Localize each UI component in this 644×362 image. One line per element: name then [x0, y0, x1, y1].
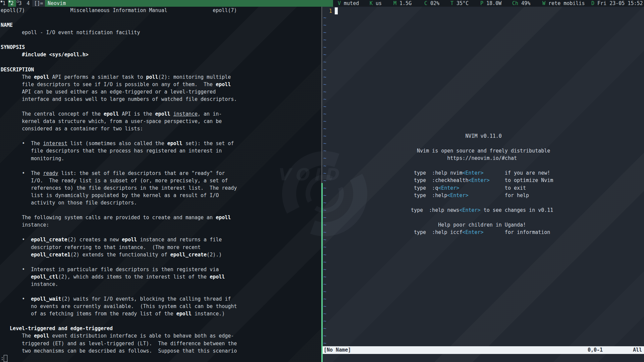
nvim-tilde: ~	[323, 258, 326, 266]
nvim-tilde: ~	[323, 243, 326, 251]
nvim-tilde: ~	[323, 21, 326, 29]
nvim-tilde: ~	[323, 266, 326, 273]
man-line: The following system calls are provided …	[1, 214, 237, 221]
nvim-tilde: ~	[323, 281, 326, 288]
statusline-ruler: 0,0-1	[588, 346, 603, 354]
nvim-tilde: ~	[323, 14, 326, 21]
nvim-intro-line	[323, 199, 553, 206]
status-item-C: C 02%	[424, 0, 439, 7]
nvim-intro-line: type :help nvim<Enter> if you are new!	[323, 169, 553, 177]
man-line: list is dynamically populated by the ker…	[1, 192, 237, 199]
man-line: activity on those file descriptors.	[1, 199, 237, 206]
man-line: Level-triggered and edge-triggered	[1, 325, 237, 332]
man-line	[1, 14, 237, 21]
nvim-tilde: ~	[323, 66, 326, 73]
nvim-tilde: ~	[323, 273, 326, 281]
tag-2[interactable]: 2	[8, 0, 16, 7]
nvim-tilde: ~	[323, 251, 326, 258]
man-line: instance:	[1, 221, 237, 229]
man-line	[1, 317, 237, 325]
top-bar: 1234 []= Neovim V mutedK usM 1.5GC 02%T …	[0, 0, 644, 7]
nvim-intro-line: type :help iccf<Enter> for information	[323, 229, 553, 236]
nvim-tilde: ~	[323, 73, 326, 81]
man-line	[1, 132, 237, 140]
man-line: • The ready list: the set of file descri…	[1, 170, 237, 177]
status-item-P: P 18.0W	[480, 0, 501, 7]
tag-3[interactable]: 3	[16, 0, 24, 7]
man-line: considered as a container for two lists:	[1, 125, 237, 132]
nvim-tilde: ~	[323, 125, 326, 132]
man-line: instance.	[1, 281, 237, 288]
nvim-intro-line: Nvim is open source and freely distribut…	[323, 147, 553, 155]
layout-symbol[interactable]: []=	[32, 0, 45, 7]
man-line: • The interest list (sometimes also call…	[1, 140, 237, 147]
man-line	[1, 229, 237, 236]
window-border-unfocused[interactable]	[321, 7, 322, 183]
man-line: DESCRIPTION	[1, 66, 237, 73]
window-border-focused[interactable]	[321, 183, 323, 362]
man-line: • epoll_wait(2) waits for I/O events, bl…	[1, 295, 237, 303]
man-line: triggered (ET) and as level-triggered (L…	[1, 340, 237, 347]
nvim-line-number: 1	[323, 7, 332, 15]
man-line	[1, 206, 237, 214]
man-line: no events are currently available. (This…	[1, 303, 237, 310]
man-line	[1, 103, 237, 110]
nvim-intro-line	[323, 140, 553, 147]
man-line: epoll_ctl(2), which adds items to the in…	[1, 273, 237, 281]
status-item-T: T 35°C	[450, 0, 469, 7]
statusline-scroll-position: All	[633, 346, 642, 354]
nvim-intro-line: type :q<Enter> to exit	[323, 184, 553, 192]
nvim-tilde: ~	[323, 51, 326, 58]
man-line: I/O. The ready list is a subset of (or, …	[1, 177, 237, 184]
man-line: The central concept of the epoll API is …	[1, 110, 237, 118]
status-item-Ch: Ch 49%	[512, 0, 530, 7]
focused-window-title[interactable]: Neovim	[45, 0, 333, 7]
man-line: references to) the file descriptors in t…	[1, 184, 237, 192]
man-line	[1, 162, 237, 170]
tag-indicator	[1, 1, 2, 2]
nvim-intro-message: NVIM v0.11.0 Nvim is open source and fre…	[323, 132, 553, 236]
nvim-intro-line	[323, 162, 553, 169]
man-line: epoll(7) Miscellaneous Information Manua…	[1, 7, 237, 14]
nvim-tilde: ~	[323, 29, 326, 36]
status-item-D: D Fri 23-05 15:52	[591, 0, 643, 7]
nvim-tilde: ~	[323, 58, 326, 66]
man-line	[1, 36, 237, 44]
man-line: interface and scales well to large numbe…	[1, 96, 237, 103]
nvim-intro-line: type :help news<Enter> to see changes in…	[323, 206, 553, 214]
nvim-tilde: ~	[323, 36, 326, 44]
nvim-intro-line: NVIM v0.11.0	[323, 132, 553, 140]
nvim-intro-line: Help poor children in Uganda!	[323, 221, 553, 229]
man-line: kernel data structure which, from a user…	[1, 118, 237, 125]
nvim-tilde: ~	[323, 96, 326, 103]
status-item-W: W rete mobilis	[542, 0, 585, 7]
man-line: NAME	[1, 21, 237, 29]
statusline-filename: [No Name]	[324, 346, 351, 354]
nvim-tilde: ~	[323, 288, 326, 295]
man-line: The epoll API performs a similar task to…	[1, 73, 237, 81]
status-item-V: V muted	[338, 0, 359, 7]
tag-4[interactable]: 4	[24, 0, 32, 7]
nvim-tilde: ~	[323, 110, 326, 118]
man-line	[1, 258, 237, 266]
nvim-tilde: ~	[323, 81, 326, 88]
man-line	[1, 59, 237, 66]
nvim-intro-line: https://neovim.io/#chat	[323, 155, 553, 162]
man-line: descriptor referring to that instance. (…	[1, 244, 237, 251]
nvim-cursor	[335, 7, 338, 14]
tag-label: 4	[26, 0, 30, 6]
status-item-K: K us	[370, 0, 382, 7]
nvim-intro-line: type :help<Enter> for help	[323, 192, 553, 199]
tag-1[interactable]: 1	[0, 0, 8, 7]
nvim-intro-line	[323, 214, 553, 221]
man-line: monitoring.	[1, 155, 237, 162]
nvim-tilde: ~	[323, 236, 326, 243]
man-page-text: epoll(7) Miscellaneous Information Manua…	[1, 7, 237, 355]
man-line: • epoll_create(2) creates a new epoll in…	[1, 236, 237, 243]
nvim-intro-line: type :checkhealth<Enter> to optimize Nvi…	[323, 177, 553, 184]
man-line: API can be used either as an edge-trigge…	[1, 88, 237, 96]
nvim-statusline: [No Name] 0,0-1 All	[323, 346, 644, 354]
tag-label: 1	[2, 0, 5, 6]
status-item-M: M 1.5G	[393, 0, 412, 7]
nvim-tilde: ~	[323, 310, 326, 317]
